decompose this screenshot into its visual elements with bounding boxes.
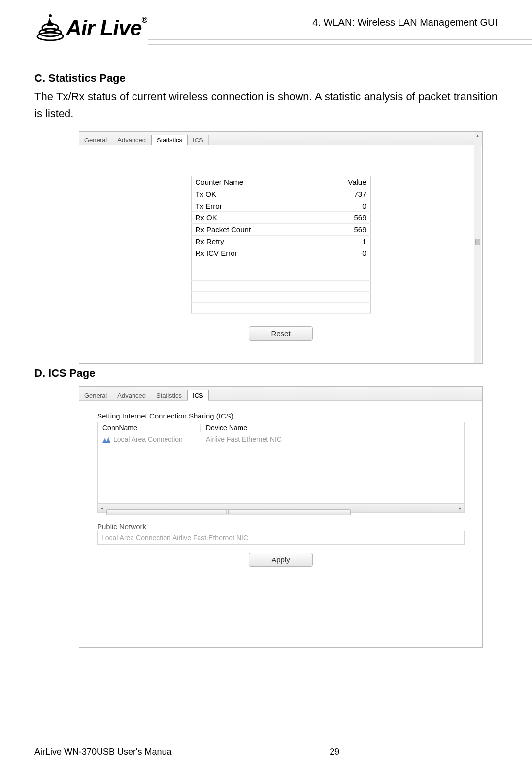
reset-button[interactable]: Reset <box>249 326 313 341</box>
section-c-body: The Tx/Rx status of current wireless con… <box>34 88 498 122</box>
col-counter-name: Counter Name <box>191 176 318 188</box>
table-row <box>191 270 370 281</box>
page-footer: AirLive WN-370USB User's Manua 29 <box>34 747 498 757</box>
tab-general[interactable]: General <box>79 135 112 145</box>
scroll-thumb[interactable] <box>106 509 351 515</box>
table-row: Tx OK737 <box>191 188 370 200</box>
scroll-right-arrow-icon[interactable]: ▸ <box>455 505 464 511</box>
tab-ics[interactable]: ICS <box>187 390 209 401</box>
tab-bar: General Advanced Statistics ICS <box>79 132 482 145</box>
tab-statistics[interactable]: Statistics <box>151 135 188 145</box>
public-network-value: Local Area Connection Airlive Fast Ether… <box>101 534 248 542</box>
apply-button[interactable]: Apply <box>249 553 313 567</box>
footer-page-number: 29 <box>330 747 339 757</box>
tab-advanced[interactable]: Advanced <box>112 135 151 145</box>
table-row <box>191 303 370 314</box>
registered-mark: ® <box>141 16 147 24</box>
table-row: Tx Error0 <box>191 200 370 212</box>
tab-general[interactable]: General <box>79 390 112 400</box>
footer-manual-title: AirLive WN-370USB User's Manua <box>34 747 172 757</box>
ics-connections-list: ConnName Device Name Local Area Connecti… <box>97 422 465 513</box>
svg-point-3 <box>49 14 52 17</box>
tab-ics[interactable]: ICS <box>188 135 209 145</box>
header-divider-lines <box>148 35 532 50</box>
statistics-table: Counter Name Value Tx OK737 Tx Error0 Rx… <box>191 176 371 314</box>
scroll-thumb[interactable] <box>475 239 480 245</box>
brand-logo: Air Live® <box>34 14 147 42</box>
tab-bar: General Advanced Statistics ICS <box>79 387 482 401</box>
public-network-label: Public Network <box>97 523 465 531</box>
vertical-scrollbar[interactable]: ▴ <box>474 132 481 363</box>
table-row <box>191 292 370 303</box>
device-name: Airlive Fast Ethernet NIC <box>201 435 287 443</box>
section-d-title: D. ICS Page <box>34 367 498 380</box>
statistics-screenshot: General Advanced Statistics ICS Counter … <box>79 131 483 364</box>
section-c-title: C. Statistics Page <box>34 72 498 85</box>
scroll-left-arrow-icon[interactable]: ◂ <box>98 505 106 511</box>
col-connname: ConnName <box>98 424 201 432</box>
tab-statistics[interactable]: Statistics <box>151 390 187 400</box>
logo-brand: Air Live <box>66 16 141 40</box>
horizontal-scrollbar[interactable]: ◂ ▸ <box>98 503 464 512</box>
table-row <box>191 281 370 292</box>
table-row: Rx Retry1 <box>191 236 370 247</box>
table-row: Rx OK569 <box>191 212 370 224</box>
table-row: Rx Packet Count569 <box>191 224 370 236</box>
ics-screenshot: General Advanced Statistics ICS Setting … <box>79 386 483 648</box>
table-row: Rx ICV Error0 <box>191 247 370 259</box>
chapter-breadcrumb: 4. WLAN: Wireless LAN Management GUI <box>312 17 498 28</box>
ics-group-label: Setting Internet Connection Sharing (ICS… <box>97 412 465 420</box>
logo-text: Air Live® <box>66 16 147 40</box>
table-row <box>191 259 370 270</box>
public-network-field[interactable]: Local Area Connection Airlive Fast Ether… <box>97 531 465 545</box>
list-item[interactable]: Local Area Connection Airlive Fast Ether… <box>98 433 464 443</box>
col-value: Value <box>318 176 370 188</box>
logo-swirl-icon <box>34 14 66 42</box>
connection-name: Local Area Connection <box>113 435 183 443</box>
scroll-up-arrow-icon[interactable]: ▴ <box>474 133 480 139</box>
tab-advanced[interactable]: Advanced <box>112 390 151 400</box>
network-connection-icon <box>102 436 110 443</box>
col-devicename: Device Name <box>201 424 252 432</box>
